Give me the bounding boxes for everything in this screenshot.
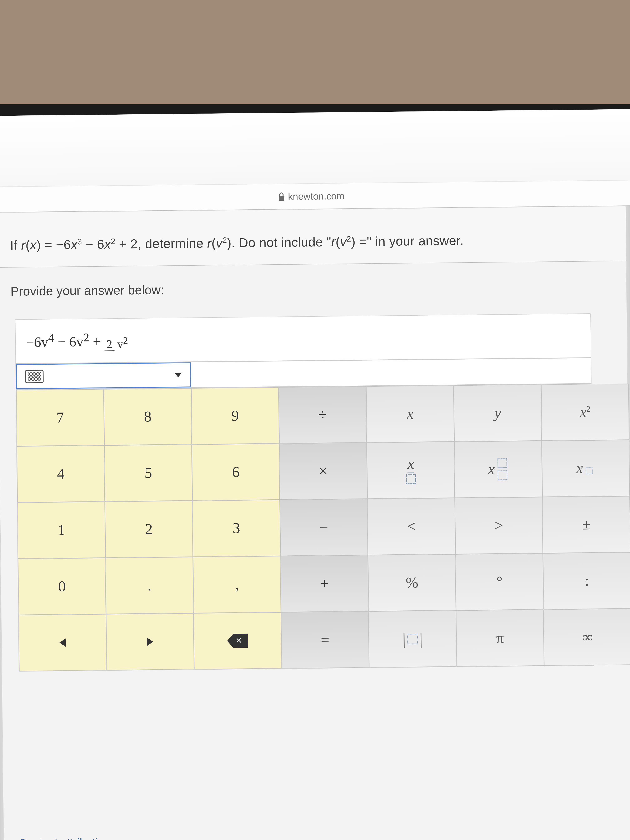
math-keypad: 7 8 9 ÷ x y x2 4 5 6 × x x x <box>16 384 594 671</box>
keyboard-icon <box>25 369 44 383</box>
key-mixed-fraction[interactable]: x <box>454 441 542 498</box>
key-1[interactable]: 1 <box>17 502 106 559</box>
key-y[interactable]: y <box>454 384 542 442</box>
key-subscript[interactable]: x <box>542 440 630 497</box>
key-comma[interactable]: , <box>193 556 281 613</box>
key-9[interactable]: 9 <box>191 387 279 444</box>
key-colon[interactable]: : <box>543 552 630 609</box>
browser-domain-text: knewton.com <box>288 190 344 202</box>
key-x-squared[interactable]: x2 <box>541 384 629 441</box>
chevron-down-icon <box>174 373 182 377</box>
key-greater-than[interactable]: > <box>455 497 543 554</box>
key-cursor-left[interactable] <box>19 614 107 671</box>
key-7[interactable]: 7 <box>16 389 104 446</box>
key-backspace[interactable] <box>194 612 282 669</box>
key-percent[interactable]: % <box>368 554 456 611</box>
key-less-than[interactable]: < <box>367 498 455 555</box>
key-3[interactable]: 3 <box>192 500 280 557</box>
key-plus-minus[interactable]: ± <box>542 496 630 553</box>
key-6[interactable]: 6 <box>192 444 280 501</box>
question-block: If r(x) = −6x3 − 6x2 + 2, determine r(v2… <box>0 206 626 268</box>
answer-prompt: Provide your answer below: <box>0 261 627 307</box>
key-4[interactable]: 4 <box>17 445 105 502</box>
backspace-icon <box>227 633 248 648</box>
key-equals[interactable]: = <box>281 611 369 668</box>
answer-editor[interactable]: −6v4 − 6v2 + 2 v2 7 8 9 ÷ <box>15 313 595 672</box>
key-5[interactable]: 5 <box>104 444 192 502</box>
key-infinity[interactable]: ∞ <box>543 608 630 666</box>
key-degree[interactable]: ° <box>455 553 543 610</box>
key-cursor-right[interactable] <box>106 613 194 670</box>
question-text: If r(x) = −6x3 − 6x2 + 2, determine r(v2… <box>10 232 614 253</box>
key-minus[interactable]: − <box>280 499 368 556</box>
key-multiply[interactable]: × <box>279 442 367 500</box>
content-attribution-link[interactable]: Content attribution <box>18 835 111 840</box>
key-8[interactable]: 8 <box>104 388 192 445</box>
triangle-right-icon <box>147 638 153 646</box>
key-absolute-value[interactable]: || <box>368 610 457 668</box>
key-fraction[interactable]: x <box>367 442 455 499</box>
key-dot[interactable]: . <box>106 557 194 614</box>
keypad-mode-selector[interactable] <box>16 362 191 389</box>
key-x[interactable]: x <box>366 385 455 442</box>
lock-icon <box>278 192 285 201</box>
key-2[interactable]: 2 <box>105 501 193 558</box>
key-divide[interactable]: ÷ <box>279 386 367 443</box>
key-pi[interactable]: π <box>456 609 544 666</box>
key-0[interactable]: 0 <box>18 558 106 615</box>
triangle-left-icon <box>59 638 66 647</box>
key-plus[interactable]: + <box>280 555 368 612</box>
answer-expression[interactable]: −6v4 − 6v2 + 2 v2 <box>16 314 591 364</box>
